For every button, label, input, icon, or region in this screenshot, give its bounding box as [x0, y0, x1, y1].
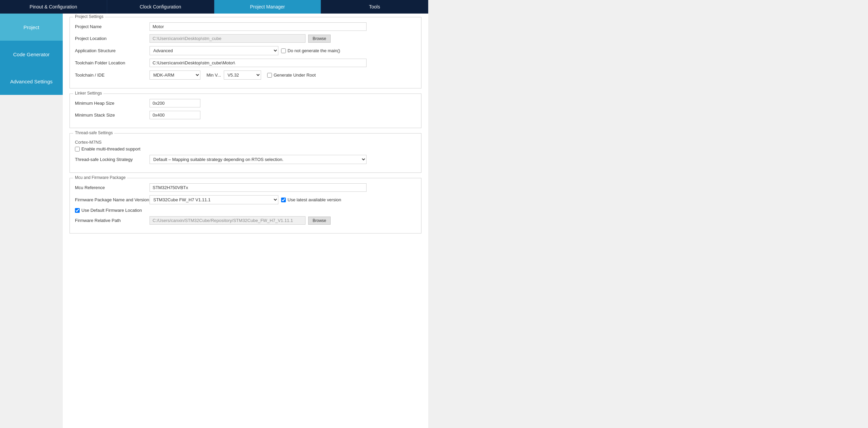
- min-version-select[interactable]: V5.32: [224, 70, 261, 80]
- locking-strategy-label: Thread-safe Locking Strategy: [75, 157, 150, 162]
- toolchain-folder-input[interactable]: [150, 59, 367, 67]
- min-stack-row: Minimum Stack Size: [75, 111, 416, 119]
- nav-tools[interactable]: Tools: [321, 0, 428, 14]
- use-latest-label: Use latest available version: [288, 197, 341, 202]
- app-structure-wrap: Advanced Do not generate the main(): [150, 46, 416, 55]
- enable-multithreaded-label: Enable multi-threaded support: [81, 146, 140, 151]
- generate-under-root-label: Generate Under Root: [274, 73, 316, 78]
- generate-under-root-checkbox[interactable]: [267, 73, 272, 78]
- project-name-input[interactable]: [150, 22, 367, 31]
- toolchain-ide-select[interactable]: MDK-ARM: [150, 70, 200, 80]
- nav-project-manager-label: Project Manager: [250, 4, 285, 9]
- min-stack-wrap: [150, 111, 416, 119]
- nav-clock-label: Clock Configuration: [140, 4, 181, 9]
- firmware-relative-path-wrap: Browse: [150, 216, 416, 225]
- linker-settings-title: Linker Settings: [73, 91, 103, 96]
- firmware-package-select[interactable]: STM32Cube FW_H7 V1.11.1: [150, 195, 278, 204]
- thread-settings-title: Thread-safe Settings: [73, 130, 114, 135]
- firmware-package-wrap: STM32Cube FW_H7 V1.11.1 Use latest avail…: [150, 195, 416, 204]
- sidebar: Project Code Generator Advanced Settings: [0, 14, 63, 428]
- sidebar-item-advanced-settings[interactable]: Advanced Settings: [0, 68, 63, 95]
- toolchain-folder-row: Toolchain Folder Location: [75, 59, 416, 67]
- mcu-firmware-section: Mcu and Firmware Package Mcu Reference F…: [70, 178, 421, 233]
- enable-multithreaded-label-row[interactable]: Enable multi-threaded support: [75, 146, 140, 151]
- nav-project-manager[interactable]: Project Manager: [214, 0, 321, 14]
- project-settings-section: Project Settings Project Name Project Lo…: [70, 17, 421, 88]
- mcu-ref-input[interactable]: [150, 183, 367, 192]
- do-not-generate-main-label: Do not generate the main(): [288, 48, 340, 53]
- toolchain-folder-wrap: [150, 59, 416, 67]
- content-area: Project Settings Project Name Project Lo…: [63, 14, 428, 428]
- main-layout: Project Code Generator Advanced Settings…: [0, 14, 428, 428]
- app-structure-row: Application Structure Advanced Do not ge…: [75, 46, 416, 55]
- generate-under-root-row[interactable]: Generate Under Root: [267, 73, 316, 78]
- mcu-ref-label: Mcu Reference: [75, 185, 150, 190]
- do-not-generate-main-row[interactable]: Do not generate the main(): [281, 48, 340, 53]
- min-version-label: Min V...: [206, 73, 221, 78]
- project-settings-title: Project Settings: [73, 14, 105, 19]
- top-navigation: Pinout & Configuration Clock Configurati…: [0, 0, 428, 14]
- do-not-generate-main-checkbox[interactable]: [281, 48, 286, 53]
- use-default-fw-label: Use Default Firmware Location: [81, 208, 142, 213]
- linker-settings-section: Linker Settings Minimum Heap Size Minimu…: [70, 94, 421, 128]
- nav-tools-label: Tools: [369, 4, 380, 9]
- project-name-row: Project Name: [75, 22, 416, 31]
- min-stack-input[interactable]: [150, 111, 200, 119]
- thread-content: Cortex-M7NS Enable multi-threaded suppor…: [75, 140, 416, 164]
- locking-strategy-wrap: Default – Mapping suitable strategy depe…: [150, 155, 416, 164]
- cortex-label: Cortex-M7NS: [75, 140, 416, 145]
- sidebar-advanced-label: Advanced Settings: [10, 79, 53, 84]
- sidebar-project-label: Project: [23, 24, 39, 30]
- min-heap-input[interactable]: [150, 99, 200, 107]
- firmware-package-label: Firmware Package Name and Version: [75, 197, 150, 202]
- toolchain-folder-label: Toolchain Folder Location: [75, 60, 150, 65]
- locking-strategy-row: Thread-safe Locking Strategy Default – M…: [75, 155, 416, 164]
- use-default-fw-checkbox[interactable]: [75, 208, 80, 213]
- sidebar-item-project[interactable]: Project: [0, 14, 63, 41]
- firmware-browse-button[interactable]: Browse: [308, 217, 331, 225]
- locking-strategy-select[interactable]: Default – Mapping suitable strategy depe…: [150, 155, 367, 164]
- firmware-relative-path-label: Firmware Relative Path: [75, 218, 150, 223]
- min-stack-label: Minimum Stack Size: [75, 113, 150, 118]
- sidebar-code-gen-label: Code Generator: [13, 52, 50, 57]
- use-default-fw-label-row[interactable]: Use Default Firmware Location: [75, 208, 142, 213]
- project-location-input[interactable]: [150, 34, 305, 43]
- min-heap-wrap: [150, 99, 416, 107]
- project-name-label: Project Name: [75, 24, 150, 29]
- firmware-relative-path-row: Firmware Relative Path Browse: [75, 216, 416, 225]
- sidebar-item-code-generator[interactable]: Code Generator: [0, 41, 63, 68]
- toolchain-ide-wrap: MDK-ARM Min V... V5.32 Generate Under Ro…: [150, 70, 416, 80]
- thread-settings-section: Thread-safe Settings Cortex-M7NS Enable …: [70, 133, 421, 173]
- use-latest-checkbox[interactable]: [281, 198, 286, 202]
- min-heap-row: Minimum Heap Size: [75, 99, 416, 107]
- enable-multithreaded-row: Enable multi-threaded support: [75, 146, 416, 151]
- project-location-label: Project Location: [75, 36, 150, 41]
- project-location-browse-button[interactable]: Browse: [308, 35, 331, 43]
- app-structure-label: Application Structure: [75, 48, 150, 53]
- mcu-firmware-title: Mcu and Firmware Package: [73, 175, 127, 180]
- use-latest-row[interactable]: Use latest available version: [281, 197, 341, 202]
- firmware-relative-path-input[interactable]: [150, 216, 305, 225]
- nav-pinout-label: Pinout & Configuration: [29, 4, 77, 9]
- use-default-fw-row: Use Default Firmware Location: [75, 208, 416, 213]
- min-heap-label: Minimum Heap Size: [75, 101, 150, 106]
- nav-clock[interactable]: Clock Configuration: [107, 0, 214, 14]
- app-structure-select[interactable]: Advanced: [150, 46, 278, 55]
- project-location-row: Project Location Browse: [75, 34, 416, 43]
- toolchain-ide-label: Toolchain / IDE: [75, 73, 150, 78]
- project-name-wrap: [150, 22, 416, 31]
- mcu-ref-row: Mcu Reference: [75, 183, 416, 192]
- mcu-ref-wrap: [150, 183, 416, 192]
- firmware-package-row: Firmware Package Name and Version STM32C…: [75, 195, 416, 204]
- enable-multithreaded-checkbox[interactable]: [75, 147, 80, 151]
- project-location-wrap: Browse: [150, 34, 416, 43]
- nav-pinout[interactable]: Pinout & Configuration: [0, 0, 107, 14]
- toolchain-ide-row: Toolchain / IDE MDK-ARM Min V... V5.32 G…: [75, 70, 416, 80]
